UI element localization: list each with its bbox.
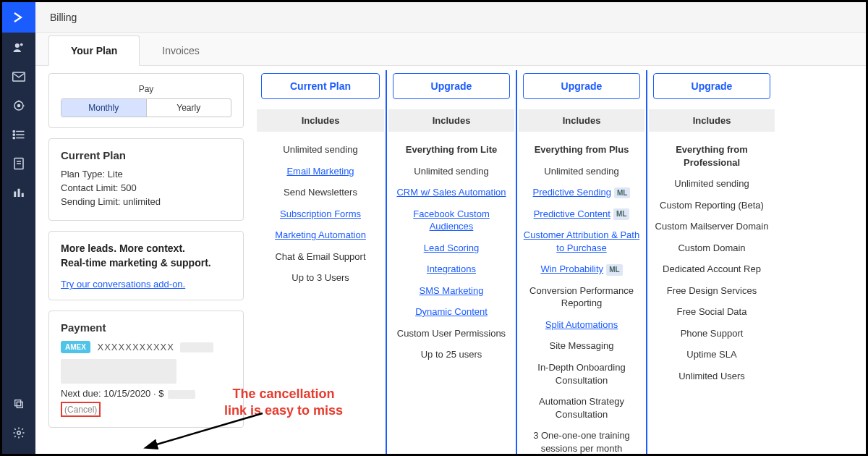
plan-feature: Free Design Services <box>647 280 776 302</box>
plan-feature-link[interactable]: Predictive Content <box>534 208 610 219</box>
tab-your-plan[interactable]: Your Plan <box>48 35 140 66</box>
plan-feature[interactable]: Marketing Automation <box>255 224 386 246</box>
cancel-row: (Cancel) <box>61 402 231 417</box>
plan-feature[interactable]: Predictive SendingML <box>517 182 646 203</box>
svg-rect-15 <box>18 189 20 197</box>
svg-point-8 <box>13 130 14 132</box>
plan-feature: 3 One-one-one training sessions per mont… <box>517 425 646 454</box>
nav-lists-icon[interactable] <box>2 121 35 148</box>
pay-frequency-card: Pay Monthly Yearly <box>48 73 244 128</box>
svg-point-10 <box>13 137 14 138</box>
plan-feature: Unlimited Users <box>647 366 776 387</box>
svg-point-0 <box>15 43 20 48</box>
plan-feature: Custom Reporting (Beta) <box>647 195 776 216</box>
tab-invoices[interactable]: Invoices <box>140 35 221 65</box>
plan-feature: Phone Support <box>647 323 776 345</box>
plan-feature: Unlimited sending <box>647 173 776 195</box>
cancel-link[interactable]: (Cancel) <box>64 405 97 415</box>
payment-card: Payment AMEX XXXXXXXXXXX Next due: 10/15… <box>48 311 244 428</box>
plan-feature[interactable]: Subscription Forms <box>255 203 386 225</box>
plan-feature[interactable]: Customer Attribution & Path to Purchase <box>517 224 646 258</box>
plan-feature-link[interactable]: CRM w/ Sales Automation <box>396 187 506 198</box>
app-logo[interactable] <box>2 2 35 33</box>
promo-line1: More leads. More context. <box>61 242 231 256</box>
app-sidebar <box>2 2 35 454</box>
upgrade-button[interactable]: Upgrade <box>653 73 770 99</box>
pay-yearly-option[interactable]: Yearly <box>147 99 231 117</box>
upgrade-button[interactable]: Upgrade <box>523 73 640 99</box>
svg-rect-17 <box>17 402 22 408</box>
nav-contacts-icon[interactable] <box>2 34 35 62</box>
plan-feature[interactable]: Integrations <box>387 258 516 280</box>
card-row: AMEX XXXXXXXXXXX <box>61 341 231 353</box>
plan-feature[interactable]: CRM w/ Sales Automation <box>387 182 516 203</box>
plan-feature-link[interactable]: Customer Attribution & Path to Purchase <box>524 229 639 253</box>
pay-monthly-option[interactable]: Monthly <box>61 99 147 117</box>
page-header: Billing <box>35 2 866 33</box>
plan-feature-link[interactable]: SMS Marketing <box>420 285 484 296</box>
upgrade-button[interactable]: Upgrade <box>393 73 510 99</box>
plan-feature[interactable]: SMS Marketing <box>387 280 516 302</box>
plan-feature: Site Messaging <box>517 335 646 357</box>
pay-toggle: Monthly Yearly <box>61 98 231 117</box>
plan-column-lite: Current Plan Includes Unlimited sendingE… <box>255 70 386 454</box>
plan-column-enterprise: Upgrade Includes Everything from Profess… <box>646 70 776 454</box>
plan-feature[interactable]: Win ProbabilityML <box>517 258 646 280</box>
plan-feature: Everything from Lite <box>387 139 516 161</box>
svg-point-1 <box>20 43 23 46</box>
current-plan-card: Current Plan Plan Type: Lite Contact Lim… <box>48 138 244 221</box>
plan-feature-link[interactable]: Predictive Sending <box>533 187 611 198</box>
svg-rect-18 <box>15 400 21 406</box>
plan-feature: Up to 25 users <box>387 344 516 366</box>
nav-reports-icon[interactable] <box>2 179 35 206</box>
current-plan-button[interactable]: Current Plan <box>261 73 380 99</box>
plan-feature[interactable]: Email Marketing <box>255 161 386 182</box>
plan-feature: Everything from Plus <box>517 139 646 161</box>
includes-header: Includes <box>257 109 384 132</box>
plan-feature: Custom Domain <box>647 237 776 259</box>
plan-feature-link[interactable]: Subscription Forms <box>280 208 361 219</box>
includes-header: Includes <box>519 109 644 132</box>
nav-settings-icon[interactable] <box>2 419 35 447</box>
plan-feature[interactable]: Dynamic Content <box>387 301 516 323</box>
sending-limit-row: Sending Limit: unlimited <box>61 196 231 207</box>
payment-heading: Payment <box>61 321 231 334</box>
plan-feature[interactable]: Split Automations <box>517 314 646 336</box>
includes-header: Includes <box>388 109 514 132</box>
page-title: Billing <box>50 12 77 23</box>
plan-feature[interactable]: Facebook Custom Audiences <box>387 203 516 237</box>
nav-copy-icon[interactable] <box>2 390 35 418</box>
plan-feature: Unlimited sending <box>387 161 516 182</box>
redacted-block <box>180 342 213 352</box>
plan-feature-link[interactable]: Dynamic Content <box>415 306 488 317</box>
plan-feature[interactable]: Predictive ContentML <box>517 203 646 225</box>
plan-feature[interactable]: Lead Scoring <box>387 237 516 259</box>
plan-feature-link[interactable]: Win Probability <box>540 263 603 274</box>
ml-badge: ML <box>614 187 630 199</box>
redacted-block <box>168 390 195 399</box>
plan-feature: In-Depth Onboarding Consultation <box>517 357 646 391</box>
plans-grid: Current Plan Includes Unlimited sendingE… <box>252 66 866 454</box>
promo-link[interactable]: Try our conversations add-on. <box>61 279 185 290</box>
includes-header: Includes <box>649 109 775 132</box>
contact-limit-row: Contact Limit: 500 <box>61 182 231 193</box>
plan-column-professional: Upgrade Includes Everything from PlusUnl… <box>516 70 646 454</box>
nav-forms-icon[interactable] <box>2 150 35 177</box>
redacted-block <box>61 359 176 384</box>
tab-bar: Your Plan Invoices <box>35 33 866 66</box>
left-column: Pay Monthly Yearly Current Plan Plan Typ… <box>35 66 252 454</box>
svg-point-9 <box>13 134 14 135</box>
nav-automation-icon[interactable] <box>2 92 35 119</box>
promo-card: More leads. More context. Real-time mark… <box>48 231 244 300</box>
plan-feature-link[interactable]: Split Automations <box>545 319 618 330</box>
nav-mail-icon[interactable] <box>2 63 35 90</box>
promo-line2: Real-time marketing & support. <box>61 256 231 271</box>
svg-rect-14 <box>14 192 16 198</box>
plan-feature-link[interactable]: Email Marketing <box>286 166 354 177</box>
plan-feature: Conversion Performance Reporting <box>517 280 646 314</box>
plan-feature-link[interactable]: Lead Scoring <box>424 242 480 253</box>
plan-feature: Everything from Professional <box>647 139 776 173</box>
plan-feature-link[interactable]: Facebook Custom Audiences <box>413 208 490 232</box>
plan-feature-link[interactable]: Integrations <box>427 263 476 274</box>
plan-feature-link[interactable]: Marketing Automation <box>275 229 366 240</box>
